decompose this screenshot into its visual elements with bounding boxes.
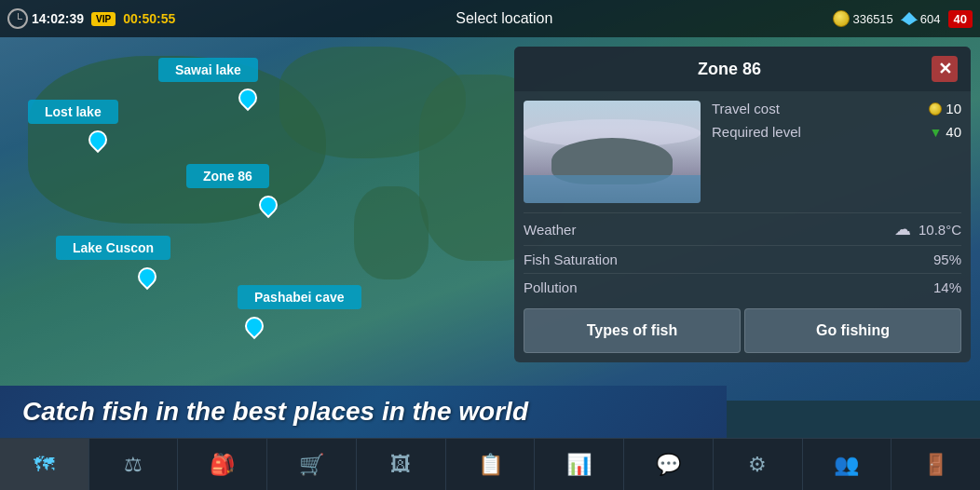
weather-value: ☁ 10.8°C xyxy=(894,219,961,239)
bottom-banner: Catch fish in the best places in the wor… xyxy=(0,386,727,438)
balance-nav-icon: ⚖ xyxy=(124,453,143,477)
types-of-fish-button[interactable]: Types of fish xyxy=(524,308,741,353)
travel-cost-label: Travel cost xyxy=(712,101,780,116)
fish-saturation-value: 95% xyxy=(933,252,961,267)
nav-item-map[interactable]: 🗺 xyxy=(0,439,89,490)
pin-lost xyxy=(88,130,107,149)
timer: 00:50:55 xyxy=(123,11,175,26)
banner-text: Catch fish in the best places in the wor… xyxy=(22,397,704,427)
required-level-row: Required level ▼ 40 xyxy=(712,124,961,140)
nav-item-stats[interactable]: 📊 xyxy=(535,439,624,490)
weather-icon: ☁ xyxy=(894,220,911,238)
weather-row: Weather ☁ 10.8°C xyxy=(524,212,961,239)
shop-nav-icon: 🛒 xyxy=(299,453,324,477)
go-fishing-button[interactable]: Go fishing xyxy=(744,308,961,353)
tasks-nav-icon: 📋 xyxy=(478,453,503,477)
nav-item-bag[interactable]: 🎒 xyxy=(178,439,267,490)
bag-nav-icon: 🎒 xyxy=(210,453,235,477)
zone-buttons: Types of fish Go fishing xyxy=(524,308,961,353)
zone-info: Travel cost 10 Required level ▼ 40 xyxy=(712,101,961,203)
nav-item-chat[interactable]: 💬 xyxy=(624,439,714,490)
friends-nav-icon: 👥 xyxy=(834,453,859,477)
diamonds-value: 604 xyxy=(920,12,941,26)
zone-thumbnail xyxy=(524,101,701,203)
pin-sawai xyxy=(238,88,257,107)
coins-value: 336515 xyxy=(852,12,892,26)
pollution-row: Pollution 14% xyxy=(524,273,961,295)
currency-section: 336515 604 40 xyxy=(825,10,980,28)
stats-nav-icon: 📊 xyxy=(566,453,592,477)
location-sawai-lake[interactable]: Sawai lake xyxy=(158,58,258,82)
chat-nav-icon: 💬 xyxy=(656,453,681,477)
diamond-icon xyxy=(901,12,918,20)
nav-item-settings[interactable]: ⚙ xyxy=(714,439,803,490)
bottom-nav: 🗺 ⚖ 🎒 🛒 🖼 📋 📊 💬 ⚙ 👥 🚪 xyxy=(0,438,980,490)
zone-details: Weather ☁ 10.8°C Fish Saturation 95% Pol… xyxy=(514,212,971,305)
coin-icon xyxy=(833,10,850,27)
gallery-nav-icon: 🖼 xyxy=(390,453,411,477)
location-lost-lake[interactable]: Lost lake xyxy=(28,100,118,124)
top-bar: 14:02:39 VIP 00:50:55 Select location 33… xyxy=(0,0,980,37)
level-badge: 40 xyxy=(948,10,973,28)
time-section: 14:02:39 VIP 00:50:55 xyxy=(0,8,183,29)
location-lake-cuscon[interactable]: Lake Cuscon xyxy=(56,236,170,260)
zone-panel-header: Zone 86 ✕ xyxy=(514,47,971,91)
zone-panel-body: Travel cost 10 Required level ▼ 40 xyxy=(514,91,971,212)
zone-panel: Zone 86 ✕ Travel cost 10 Required level … xyxy=(514,47,971,362)
exit-nav-icon: 🚪 xyxy=(923,453,948,477)
location-pashabei[interactable]: Pashabei cave xyxy=(238,285,361,309)
weather-label: Weather xyxy=(524,222,576,238)
close-button[interactable]: ✕ xyxy=(932,56,958,82)
current-time: 14:02:39 xyxy=(32,11,84,26)
travel-cost-value: 10 xyxy=(929,101,961,116)
coin-small-icon xyxy=(929,102,942,116)
location-zone86[interactable]: Zone 86 xyxy=(186,164,269,188)
pollution-label: Pollution xyxy=(524,279,578,295)
clock-icon xyxy=(7,8,28,29)
coins-display: 336515 xyxy=(833,10,892,27)
pin-pashabei xyxy=(245,317,264,335)
nav-item-exit[interactable]: 🚪 xyxy=(892,439,980,490)
required-level-label: Required level xyxy=(712,124,801,140)
pin-zone86 xyxy=(259,196,278,214)
map-nav-icon: 🗺 xyxy=(34,453,54,477)
zone-title: Zone 86 xyxy=(527,60,932,79)
pollution-value: 14% xyxy=(933,279,961,295)
pin-cuscon xyxy=(138,267,157,286)
settings-nav-icon: ⚙ xyxy=(748,453,767,477)
fish-saturation-row: Fish Saturation 95% xyxy=(524,245,961,267)
nav-item-balance[interactable]: ⚖ xyxy=(89,439,179,490)
nav-item-gallery[interactable]: 🖼 xyxy=(357,439,446,490)
nav-item-tasks[interactable]: 📋 xyxy=(446,439,536,490)
diamonds-display: 604 xyxy=(901,12,941,26)
select-location-label: Select location xyxy=(183,10,825,27)
travel-cost-row: Travel cost 10 xyxy=(712,101,961,116)
nav-item-shop[interactable]: 🛒 xyxy=(267,439,357,490)
required-level-value: ▼ 40 xyxy=(929,124,961,140)
nav-item-friends[interactable]: 👥 xyxy=(803,439,892,490)
vip-badge[interactable]: VIP xyxy=(91,12,116,26)
fish-saturation-label: Fish Saturation xyxy=(524,252,618,267)
